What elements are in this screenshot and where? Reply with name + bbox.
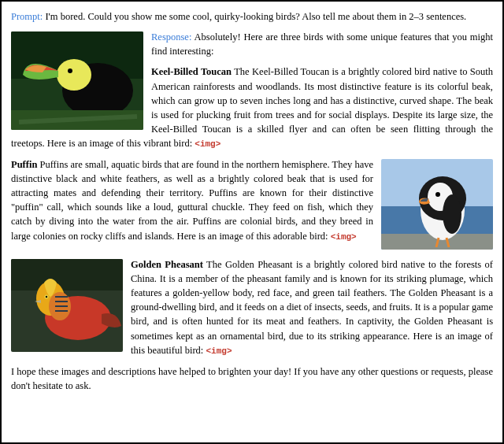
img-tag-toucan: <img> bbox=[195, 139, 220, 149]
svg-point-3 bbox=[57, 59, 91, 91]
svg-point-23 bbox=[46, 296, 47, 298]
toucan-image bbox=[11, 31, 143, 130]
puffin-image bbox=[381, 159, 493, 250]
closing-text: I hope these images and descriptions hav… bbox=[11, 364, 493, 393]
section-puffin: Puffin Puffins are small, aquatic birds … bbox=[11, 157, 493, 251]
document-frame: Prompt: I'm bored. Could you show me som… bbox=[0, 0, 504, 444]
response-intro: Absolutely! Here are three birds with so… bbox=[151, 31, 493, 57]
bird-text-puffin: Puffins are small, aquatic birds that ar… bbox=[11, 159, 373, 242]
svg-point-14 bbox=[443, 194, 461, 234]
bird-name-toucan: Keel-Billed Toucan bbox=[151, 66, 232, 77]
pheasant-image bbox=[11, 259, 123, 352]
img-tag-puffin: <img> bbox=[331, 232, 357, 242]
response-label: Response: bbox=[151, 31, 191, 43]
svg-point-4 bbox=[68, 68, 72, 73]
bird-name-puffin: Puffin bbox=[11, 159, 37, 170]
prompt-block: Prompt: I'm bored. Could you show me som… bbox=[11, 9, 493, 24]
section-pheasant: Golden Pheasant The Golden Pheasant is a… bbox=[11, 257, 493, 358]
svg-rect-18 bbox=[11, 259, 123, 290]
img-tag-pheasant: <img> bbox=[206, 346, 232, 356]
svg-point-13 bbox=[435, 192, 440, 197]
section-toucan: Response: Absolutely! Here are three bir… bbox=[11, 30, 493, 151]
bird-text-pheasant: The Golden Pheasant is a brightly colore… bbox=[131, 259, 493, 356]
bird-name-pheasant: Golden Pheasant bbox=[131, 259, 203, 270]
prompt-text: I'm bored. Could you show me some cool, … bbox=[45, 11, 466, 22]
prompt-label: Prompt: bbox=[11, 11, 43, 22]
